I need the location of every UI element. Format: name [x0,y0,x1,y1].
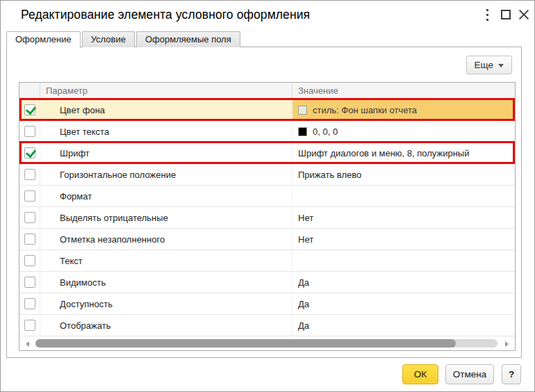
row-checkbox-cell [19,121,40,142]
row-value-text: Нет [298,213,313,223]
table-row[interactable]: ШрифтШрифт диалогов и меню, 8, полужирны… [19,142,515,164]
checkbox-unchecked-icon[interactable] [24,320,35,331]
dialog-title: Редактирование элемента условного оформл… [21,8,310,22]
table-row[interactable]: Цвет текста0, 0, 0 [19,121,515,142]
row-param-cell[interactable]: Формат [40,186,293,206]
row-value-text: Прижать влево [298,170,361,180]
checkbox-unchecked-icon[interactable] [24,126,35,137]
table-row[interactable]: Цвет фонастиль: Фон шапки отчета [19,99,515,121]
table-body: Цвет фонастиль: Фон шапки отчетаЦвет тек… [19,99,515,336]
row-checkbox-cell [19,99,40,120]
row-param-cell[interactable]: Видимость [40,272,293,293]
row-value-cell[interactable]: Прижать влево [293,164,515,185]
row-checkbox-cell [19,164,40,185]
tab-appearance[interactable]: Оформление [6,31,81,48]
maximize-icon[interactable] [501,10,511,19]
ok-button[interactable]: ОК [402,364,438,384]
checkbox-unchecked-icon[interactable] [24,255,35,266]
header-checkbox-column [19,83,40,99]
row-checkbox-cell [19,315,40,336]
row-checkbox-cell [19,229,40,250]
kebab-menu-icon[interactable] [483,9,491,21]
table-row[interactable]: ДоступностьДа [19,293,515,315]
checkbox-checked-icon[interactable] [24,104,35,115]
row-value-cell[interactable]: Да [293,293,515,314]
checkbox-unchecked-icon[interactable] [24,169,35,180]
checkbox-unchecked-icon[interactable] [24,298,35,309]
checkbox-unchecked-icon[interactable] [24,277,35,288]
row-param-cell[interactable]: Доступность [40,293,293,314]
row-param-cell[interactable]: Цвет текста [40,121,293,142]
row-value-cell[interactable]: Шрифт диалогов и меню, 8, полужирный [293,142,515,163]
checkbox-unchecked-icon[interactable] [24,234,35,245]
checkbox-unchecked-icon[interactable] [24,190,35,202]
row-value-cell[interactable] [293,250,515,271]
table-row[interactable]: ОтображатьДа [19,315,515,336]
color-swatch-icon [298,106,307,115]
row-value-text: Да [298,277,309,288]
scrollbar-track[interactable] [35,339,497,348]
more-button-label: Еще [475,60,493,70]
row-param-cell[interactable]: Отображать [40,315,293,336]
row-param-cell[interactable]: Горизонтальное положение [40,164,293,185]
chevron-down-icon [498,64,504,67]
table-row[interactable]: Текст [19,250,515,272]
close-icon[interactable] [518,9,529,20]
row-value-text: стиль: Фон шапки отчета [313,105,417,115]
row-checkbox-cell [19,293,40,314]
row-value-cell[interactable]: Нет [293,207,515,228]
table-header-row: Параметр Значение [19,83,515,99]
cancel-button[interactable]: Отмена [445,364,494,384]
row-param-cell[interactable]: Отметка незаполненного [40,229,293,250]
scroll-right-icon[interactable] [505,341,509,347]
row-checkbox-cell [19,250,40,271]
parameters-table: Параметр Значение Цвет фонастиль: Фон ша… [19,82,516,351]
row-value-cell[interactable]: стиль: Фон шапки отчета [293,99,515,120]
row-value-text: Нет [298,234,313,245]
row-value-text: Да [298,320,309,331]
row-checkbox-cell [19,207,40,228]
row-checkbox-cell [19,272,40,293]
table-row[interactable]: Формат [19,186,515,207]
row-param-cell[interactable]: Цвет фона [40,99,293,120]
horizontal-scrollbar[interactable] [21,339,513,348]
row-value-text: Да [298,299,309,309]
scrollbar-thumb[interactable] [35,339,456,348]
table-row[interactable]: Выделять отрицательныеНет [19,207,515,229]
row-checkbox-cell [19,142,40,163]
row-value-text: Шрифт диалогов и меню, 8, полужирный [298,148,469,158]
scroll-left-icon[interactable] [26,341,29,347]
row-value-cell[interactable]: Нет [293,229,515,250]
tab-formatted-fields[interactable]: Оформляемые поля [136,31,240,47]
color-swatch-icon [298,127,307,136]
tab-condition[interactable]: Условие [82,31,135,47]
header-value: Значение [293,83,515,99]
table-row[interactable]: Отметка незаполненногоНет [19,229,515,250]
row-value-cell[interactable]: Да [293,315,515,336]
row-value-cell[interactable]: 0, 0, 0 [293,121,515,142]
checkbox-unchecked-icon[interactable] [24,212,35,223]
help-button[interactable]: ? [502,364,521,384]
table-row[interactable]: Горизонтальное положениеПрижать влево [19,164,515,186]
row-param-cell[interactable]: Текст [40,250,293,271]
row-checkbox-cell [19,186,40,206]
row-value-cell[interactable]: Да [293,272,515,293]
table-row[interactable]: ВидимостьДа [19,272,515,293]
tab-content-panel: Еще Параметр Значение Цвет фонастиль: Фо… [6,47,522,358]
row-param-cell[interactable]: Выделять отрицательные [40,207,293,228]
checkbox-checked-icon[interactable] [24,147,35,158]
row-value-cell[interactable] [293,186,515,206]
row-value-text: 0, 0, 0 [313,126,338,137]
tab-bar: Оформление Условие Оформляемые поля [6,31,242,47]
dialog-window: Редактирование элемента условного оформл… [0,0,535,392]
row-param-cell[interactable]: Шрифт [40,142,293,163]
more-button[interactable]: Еще [466,56,512,74]
header-param: Параметр [40,83,293,99]
